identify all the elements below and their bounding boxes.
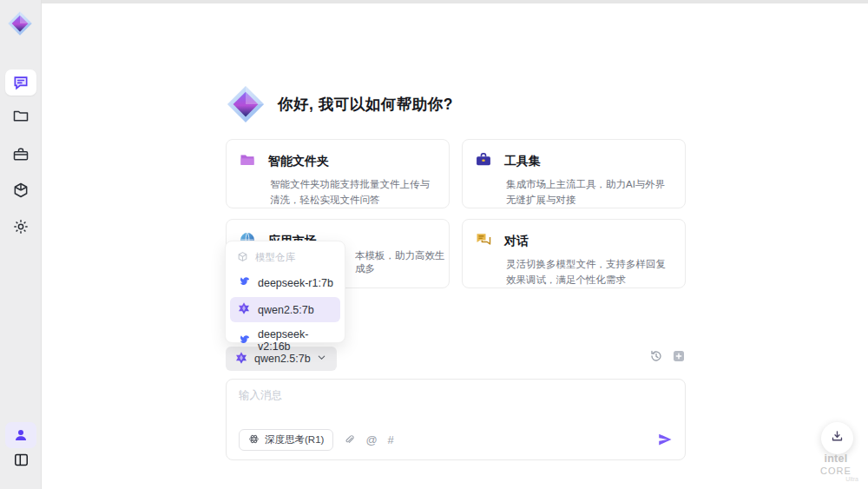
dropdown-item-qwen[interactable]: qwen2.5:7b (230, 297, 340, 322)
briefcase-navy-icon (475, 151, 492, 172)
folder-icon (12, 107, 30, 124)
dropdown-header: 模型仓库 (230, 247, 340, 268)
user-icon (13, 427, 29, 443)
composer-toolbar: 深度思考(R1) @ # (239, 428, 673, 451)
card-title: 工具集 (504, 154, 541, 169)
card-desc-fragment: 本模板，助力高效生成多 (355, 249, 449, 275)
dropdown-item-label: deepseek-v2:16b (258, 328, 333, 353)
dropdown-item-deepseek-r1[interactable]: deepseek-r1:7b (230, 270, 340, 295)
greeting-logo-icon (226, 84, 266, 124)
intel-wordmark: intel (824, 453, 847, 465)
panel-icon (13, 452, 30, 468)
window-top-strip (42, 0, 868, 3)
sidebar (0, 0, 42, 489)
sidebar-item-panel[interactable] (5, 446, 36, 472)
download-icon (830, 429, 845, 447)
sidebar-item-models[interactable] (5, 177, 36, 203)
card-title: 对话 (504, 234, 529, 249)
at-circle-icon[interactable]: @ (365, 434, 377, 446)
cube-icon (12, 182, 30, 199)
app-window: 你好, 我可以如何帮助你? 智能文件夹 智能文件夹功能支持批量文件上传与清洗，轻… (0, 0, 868, 489)
sidebar-item-folders[interactable] (5, 102, 36, 129)
cube-small-icon (237, 251, 248, 264)
ultra-wordmark: Ultra (810, 476, 862, 482)
sidebar-item-chat[interactable] (5, 69, 36, 96)
briefcase-icon (12, 146, 30, 163)
intel-core-logo: intel CORE Ultra (810, 453, 862, 482)
card-toolset[interactable]: 工具集 集成市场上主流工具，助力AI与外界无缝扩展与对接 (462, 139, 686, 208)
card-title: 智能文件夹 (268, 154, 329, 169)
card-desc: 集成市场上主流工具，助力AI与外界无缝扩展与对接 (506, 177, 673, 208)
gear-icon (12, 218, 30, 235)
composer: 深度思考(R1) @ # (226, 379, 686, 460)
folder-purple-icon (239, 151, 256, 172)
atom-icon (248, 433, 260, 446)
app-logo-icon (7, 10, 33, 36)
card-desc: 灵活切换多模型文件，支持多样回复效果调试，满足个性化需求 (506, 257, 673, 288)
card-dialog[interactable]: 对话 灵活切换多模型文件，支持多样回复效果调试，满足个性化需求 (462, 219, 686, 288)
chat-icon (12, 74, 30, 91)
attachment-icon[interactable] (344, 434, 355, 446)
greeting: 你好, 我可以如何帮助你? (226, 83, 453, 125)
send-icon[interactable] (657, 432, 673, 447)
core-wordmark: CORE (820, 466, 852, 476)
deepseek-icon (237, 274, 251, 291)
deep-think-label: 深度思考(R1) (265, 433, 324, 446)
greeting-text: 你好, 我可以如何帮助你? (278, 94, 453, 115)
deep-think-button[interactable]: 深度思考(R1) (239, 429, 333, 451)
download-button[interactable] (821, 422, 853, 454)
new-chat-icon[interactable] (672, 349, 686, 363)
dropdown-item-deepseek-v2[interactable]: deepseek-v2:16b (230, 324, 340, 357)
dropdown-item-label: qwen2.5:7b (258, 304, 314, 316)
deepseek-icon (237, 333, 251, 349)
card-desc: 智能文件夹功能支持批量文件上传与清洗，轻松实现文件问答 (270, 177, 437, 208)
history-icon[interactable] (649, 349, 663, 363)
sidebar-item-account[interactable] (5, 422, 36, 448)
message-input[interactable] (239, 388, 664, 423)
dropdown-item-label: deepseek-r1:7b (258, 277, 333, 289)
sidebar-item-toolbox[interactable] (5, 142, 36, 168)
dropdown-header-label: 模型仓库 (255, 251, 295, 264)
hash-icon[interactable]: # (388, 434, 394, 446)
sidebar-item-settings[interactable] (5, 214, 36, 240)
card-smart-folder[interactable]: 智能文件夹 智能文件夹功能支持批量文件上传与清洗，轻松实现文件问答 (226, 139, 450, 208)
chat-amber-icon (475, 231, 492, 252)
qwen-icon (237, 301, 251, 318)
model-dropdown: 模型仓库 deepseek-r1:7b qwen2.5:7b (225, 241, 345, 343)
